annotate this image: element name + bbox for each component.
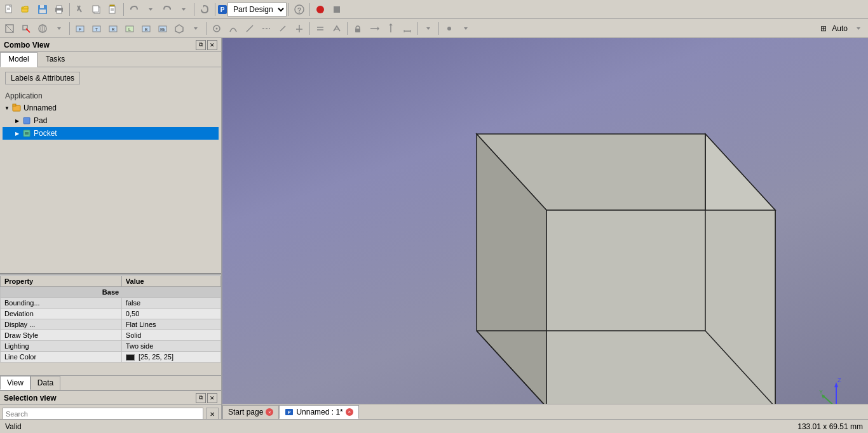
view-front-button[interactable]: F	[72, 21, 88, 36]
undo-button[interactable]	[126, 2, 142, 17]
separator-6	[309, 3, 310, 16]
tab-model[interactable]: Model	[0, 52, 37, 67]
separator-2	[123, 3, 124, 16]
view-style-button[interactable]	[35, 21, 50, 36]
tab-tasks[interactable]: Tasks	[37, 52, 74, 67]
constraint-eq-button[interactable]	[313, 21, 328, 36]
tree-pocket-icon	[22, 128, 32, 138]
help-button[interactable]: ?	[292, 2, 307, 17]
view-isometric-button[interactable]	[172, 21, 187, 36]
svg-text:F: F	[79, 27, 81, 32]
status-coords: 133.01 x 69.51 mm	[797, 422, 863, 431]
tab-bar: Start page × P Unnamed : 1* ×	[222, 404, 868, 419]
viewport-svg	[222, 38, 868, 433]
prop-display-name: Display ...	[1, 319, 122, 330]
constraint-perp-button[interactable]	[292, 21, 307, 36]
lock-button[interactable]	[350, 21, 365, 36]
view-top-button[interactable]: T	[89, 21, 104, 36]
right-more-button[interactable]	[851, 21, 866, 36]
auto-text: Auto	[829, 24, 850, 33]
unnamed-tab[interactable]: P Unnamed : 1* ×	[279, 405, 358, 419]
selection-clear-button[interactable]: ✕	[206, 408, 219, 420]
tree-root-item[interactable]: ▼ Unnamed	[3, 102, 219, 114]
sketch-point-button[interactable]	[442, 21, 457, 36]
dimension-button[interactable]	[400, 21, 415, 36]
main-toolbar: P Part Design ?	[0, 0, 868, 19]
prop-view-data-tabs: View Data	[0, 375, 221, 390]
view-right-button[interactable]: R	[105, 21, 121, 36]
print-button[interactable]	[51, 2, 67, 17]
horz-button[interactable]	[367, 21, 382, 36]
snap-button[interactable]	[209, 21, 224, 36]
copy-button[interactable]	[89, 2, 104, 17]
constraint-line-button[interactable]	[242, 21, 257, 36]
open-button[interactable]	[18, 2, 34, 17]
undo-dropdown-button[interactable]	[143, 2, 158, 17]
start-page-tab[interactable]: Start page ×	[222, 405, 279, 419]
svg-marker-22	[169, 8, 171, 10]
record-button[interactable]	[313, 2, 328, 17]
viewport[interactable]: Z X Y	[222, 38, 868, 433]
constraint-slash-button[interactable]	[275, 21, 290, 36]
view-left-button[interactable]: L	[122, 21, 137, 36]
property-row-bounding[interactable]: Bounding... false	[1, 298, 221, 309]
more-tools-button[interactable]	[421, 21, 436, 36]
property-row-lighting[interactable]: Lighting Two side	[1, 341, 221, 352]
property-scroll-area[interactable]: Property Value Base Bounding... false	[0, 276, 221, 375]
fit-selection-button[interactable]	[18, 21, 34, 36]
stop-button[interactable]	[329, 2, 344, 17]
save-button[interactable]	[35, 2, 50, 17]
start-page-tab-close[interactable]: ×	[266, 408, 273, 416]
refresh-button[interactable]	[197, 2, 212, 17]
property-row-linecolor[interactable]: Line Color [25, 25, 25]	[1, 352, 221, 363]
panel-close-button[interactable]: ✕	[207, 40, 217, 50]
view-more-button[interactable]	[51, 21, 67, 36]
prop-linecolor-value: [25, 25, 25]	[121, 352, 220, 363]
view-bottom-button[interactable]: B	[139, 21, 154, 36]
new-button[interactable]	[2, 2, 17, 17]
view-more2-button[interactable]	[188, 21, 203, 36]
fit-all-button[interactable]	[2, 21, 17, 36]
labels-attrs-button[interactable]: Labels & Attributes	[5, 72, 80, 84]
auto-label: ⊞	[818, 24, 829, 33]
paste-button[interactable]	[105, 2, 121, 17]
sketch-more-button[interactable]	[458, 21, 473, 36]
prop-drawstyle-name: Draw Style	[1, 330, 122, 341]
workbench-selector[interactable]: Part Design	[227, 3, 287, 17]
panel-float-button[interactable]: ⧉	[196, 40, 206, 50]
prop-tab-view[interactable]: View	[0, 376, 31, 390]
cut-button[interactable]	[72, 2, 88, 17]
property-row-drawstyle[interactable]: Draw Style Solid	[1, 330, 221, 341]
tree-pocket-item[interactable]: ▶ Pocket	[3, 127, 219, 140]
constraint-sym-button[interactable]	[329, 21, 344, 36]
vert-button[interactable]	[383, 21, 398, 36]
tree-pocket-label: Pocket	[34, 129, 57, 138]
view-sep-5	[417, 22, 418, 35]
svg-marker-71	[426, 27, 430, 30]
constraint-arc-button[interactable]	[226, 21, 241, 36]
application-label: Application	[3, 90, 219, 102]
separator-5	[288, 3, 289, 16]
property-row-display[interactable]: Display ... Flat Lines	[1, 319, 221, 330]
redo-button[interactable]	[159, 2, 175, 17]
svg-text:R: R	[111, 27, 114, 32]
constraint-dash-button[interactable]	[259, 21, 274, 36]
tree-pad-arrow: ▶	[13, 116, 22, 125]
redo-dropdown-button[interactable]	[176, 2, 191, 17]
svg-point-54	[216, 27, 218, 29]
selection-close-button[interactable]: ✕	[207, 393, 217, 403]
prop-bounding-value: false	[121, 298, 220, 309]
unnamed-tab-close[interactable]: ×	[346, 408, 353, 416]
separator-4	[215, 3, 215, 16]
property-row-deviation[interactable]: Deviation 0,50	[1, 309, 221, 319]
selection-float-button[interactable]: ⧉	[196, 393, 206, 403]
status-valid: Valid	[5, 422, 22, 431]
selection-header-buttons: ⧉ ✕	[196, 393, 217, 403]
prop-tab-data[interactable]: Data	[31, 376, 60, 390]
svg-point-72	[447, 27, 451, 30]
view-back-button[interactable]: Bk	[155, 21, 170, 36]
tree-pad-item[interactable]: ▶ Pad	[3, 114, 219, 127]
separator-1	[69, 3, 70, 16]
selection-search-input[interactable]	[3, 408, 203, 420]
view-toolbar: F T R L B Bk	[0, 19, 868, 38]
